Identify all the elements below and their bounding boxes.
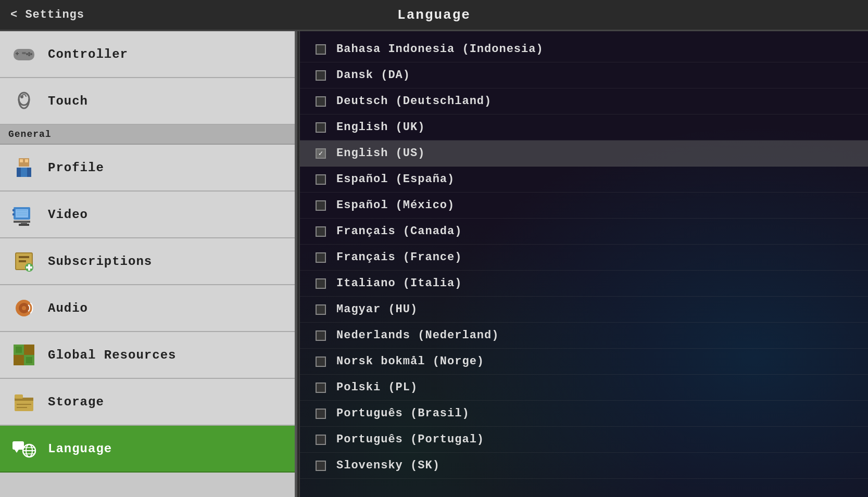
svg-point-5 [26, 53, 28, 55]
language-item-italiano[interactable]: Italiano (Italia) [300, 271, 868, 297]
language-item-francais-france[interactable]: Français (France) [300, 245, 868, 271]
language-item-dansk[interactable]: Dansk (DA) [300, 62, 868, 88]
settings-header: < Settings Language [0, 0, 868, 31]
sidebar-item-storage[interactable]: Storage [0, 379, 295, 426]
language-name-norsk: Norsk bokmål (Norge) [336, 355, 484, 368]
language-name-francais-canada: Français (Canada) [336, 225, 462, 238]
language-list: Bahasa Indonesia (Indonesia)Dansk (DA)De… [300, 31, 868, 484]
global-resources-label: Global Resources [48, 348, 176, 362]
language-item-deutsch[interactable]: Deutsch (Deutschland) [300, 88, 868, 114]
language-name-espanol-mexico: Español (México) [336, 199, 455, 212]
svg-rect-45 [17, 407, 27, 408]
global-icon [10, 341, 37, 368]
svg-rect-44 [17, 404, 31, 405]
language-checkbox-francais-canada [316, 226, 326, 237]
language-checkbox-english-uk [316, 122, 326, 133]
controller-label: Controller [48, 47, 128, 61]
svg-rect-27 [19, 256, 29, 258]
language-name-slovensky: Slovensky (SK) [336, 459, 440, 472]
sidebar-item-subscriptions[interactable]: Subscriptions [0, 238, 295, 285]
sidebar-item-controller[interactable]: Controller [0, 31, 295, 78]
language-icon [10, 435, 37, 462]
back-button[interactable]: < Settings [10, 8, 84, 21]
language-item-english-uk[interactable]: English (UK) [300, 114, 868, 141]
language-item-norsk[interactable]: Norsk bokmål (Norge) [300, 349, 868, 375]
language-item-nederlands[interactable]: Nederlands (Nederland) [300, 323, 868, 349]
svg-rect-24 [17, 212, 27, 213]
sidebar-item-audio[interactable]: Audio [0, 285, 295, 332]
language-name-magyar: Magyar (HU) [336, 303, 418, 316]
language-checkbox-slovensky [316, 461, 326, 471]
language-checkbox-magyar [316, 304, 326, 315]
language-item-english-us[interactable]: English (US) [300, 141, 868, 167]
svg-marker-47 [15, 450, 19, 453]
svg-point-3 [28, 52, 30, 54]
language-checkbox-portugues-portugal [316, 435, 326, 445]
svg-rect-43 [15, 394, 23, 399]
language-checkbox-italiano [316, 278, 326, 289]
svg-rect-31 [26, 266, 32, 269]
language-checkbox-espanol-mexico [316, 200, 326, 211]
svg-rect-11 [20, 159, 23, 162]
svg-rect-37 [24, 345, 34, 355]
subscriptions-icon [10, 248, 37, 275]
language-item-portugues-portugal[interactable]: Português (Portugal) [300, 427, 868, 453]
svg-point-6 [28, 54, 30, 56]
language-checkbox-norsk [316, 356, 326, 367]
svg-rect-25 [17, 214, 27, 215]
svg-point-34 [22, 306, 26, 310]
svg-rect-36 [16, 347, 22, 353]
language-checkbox-english-us [316, 148, 326, 159]
svg-rect-28 [19, 260, 26, 262]
language-item-magyar[interactable]: Magyar (HU) [300, 297, 868, 323]
touch-icon [10, 87, 37, 114]
language-name-deutsch: Deutsch (Deutschland) [336, 95, 492, 108]
language-name-bahasa-indonesia: Bahasa Indonesia (Indonesia) [336, 43, 544, 56]
sidebar-item-video[interactable]: Video [0, 192, 295, 238]
sidebar-item-language[interactable]: Language [0, 426, 295, 473]
language-name-portugues-portugal: Português (Portugal) [336, 433, 484, 446]
audio-label: Audio [48, 301, 88, 315]
svg-rect-46 [12, 441, 24, 450]
general-section-header: General [0, 125, 295, 145]
touch-label: Touch [48, 94, 88, 108]
svg-rect-22 [19, 224, 29, 226]
language-item-bahasa-indonesia[interactable]: Bahasa Indonesia (Indonesia) [300, 36, 868, 62]
language-name-dansk: Dansk (DA) [336, 69, 410, 82]
language-label: Language [48, 442, 112, 456]
language-checkbox-espanol-espana [316, 174, 326, 185]
svg-rect-19 [12, 213, 15, 215]
language-item-espanol-espana[interactable]: Español (España) [300, 167, 868, 193]
sidebar-item-global-resources[interactable]: Global Resources [0, 332, 295, 379]
svg-rect-7 [22, 52, 26, 54]
language-content: Bahasa Indonesia (Indonesia)Dansk (DA)De… [300, 31, 868, 497]
profile-icon [10, 154, 37, 181]
language-checkbox-polski [316, 383, 326, 393]
language-item-polski[interactable]: Polski (PL) [300, 375, 868, 401]
language-item-portugues-brasil[interactable]: Português (Brasil) [300, 401, 868, 427]
storage-label: Storage [48, 395, 104, 409]
svg-rect-23 [17, 210, 27, 211]
language-checkbox-dansk [316, 70, 326, 81]
sidebar-item-touch[interactable]: Touch [0, 78, 295, 125]
sidebar: Controller Touch General [0, 31, 297, 497]
language-checkbox-portugues-brasil [316, 409, 326, 419]
sidebar-item-profile[interactable]: Profile [0, 145, 295, 192]
audio-icon [10, 295, 37, 322]
language-name-english-uk: English (UK) [336, 121, 425, 134]
language-item-slovensky[interactable]: Slovensky (SK) [300, 453, 868, 479]
storage-icon [10, 388, 37, 415]
svg-rect-18 [12, 209, 15, 211]
language-name-italiano: Italiano (Italia) [336, 277, 462, 290]
controller-icon [10, 41, 37, 68]
language-checkbox-nederlands [316, 330, 326, 341]
svg-rect-15 [27, 168, 31, 177]
language-checkbox-deutsch [316, 96, 326, 107]
language-name-francais-france: Français (France) [336, 251, 462, 264]
svg-rect-38 [14, 355, 24, 365]
language-item-francais-canada[interactable]: Français (Canada) [300, 219, 868, 245]
language-name-nederlands: Nederlands (Nederland) [336, 329, 499, 342]
profile-label: Profile [48, 161, 104, 175]
main-layout: Controller Touch General [0, 31, 868, 497]
language-item-espanol-mexico[interactable]: Español (México) [300, 193, 868, 219]
